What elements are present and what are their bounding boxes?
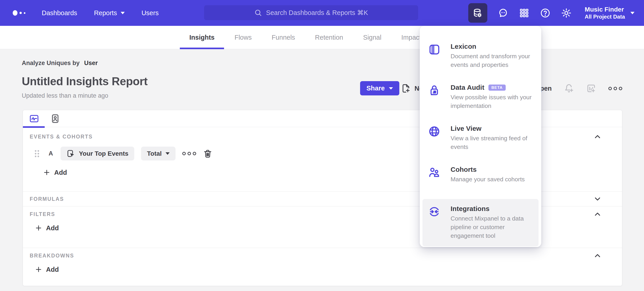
section-breakdowns: BREAKDOWNS Add	[23, 248, 622, 286]
globe-icon	[428, 125, 440, 138]
chevron-up-icon	[593, 132, 602, 141]
add-filter-label: Add	[46, 224, 59, 232]
add-event-label: Add	[54, 169, 67, 176]
add-breakdown-button[interactable]: Add	[35, 266, 59, 273]
feedback-icon	[498, 8, 508, 18]
plus-icon	[43, 169, 50, 176]
mixpanel-app: Dashboards Reports Users Search Dashboar…	[0, 0, 644, 291]
help-button[interactable]	[540, 8, 550, 18]
delete-event-button[interactable]	[203, 149, 212, 158]
profile-card-icon	[50, 114, 60, 124]
search-input[interactable]: Search Dashboards & Reports ⌘K	[204, 5, 418, 20]
caret-down-icon	[389, 87, 393, 89]
menu-item-description: View possible issues with your implement…	[450, 94, 532, 109]
aggregation-label: Total	[147, 150, 162, 157]
apps-grid-button[interactable]	[519, 8, 530, 18]
add-filter-button[interactable]: Add	[35, 224, 59, 232]
breakdowns-label: BREAKDOWNS	[30, 253, 74, 259]
help-icon	[540, 8, 550, 18]
nav-dashboards-label: Dashboards	[42, 9, 77, 17]
expand-formulas-button[interactable]	[592, 194, 602, 204]
report-tabs-bar: Insights Flows Funnels Retention Signal …	[0, 26, 644, 49]
tab-retention[interactable]: Retention	[315, 26, 343, 49]
audit-lock-icon	[428, 84, 440, 97]
add-chart-button[interactable]	[586, 83, 596, 93]
nav-reports[interactable]: Reports	[94, 9, 125, 17]
tab-insights-label: Insights	[189, 34, 214, 41]
tab-events-view[interactable]	[29, 114, 39, 124]
updated-timestamp: Updated less than a minute ago	[22, 92, 108, 99]
settings-gear-icon	[561, 8, 572, 18]
search-icon	[254, 9, 262, 16]
menu-item-cohorts[interactable]: Cohorts Manage your saved cohorts	[422, 160, 538, 190]
menu-item-title: Data Audit	[450, 84, 484, 91]
caret-down-icon	[121, 12, 125, 14]
integrations-sync-icon	[428, 205, 440, 218]
collapse-events-button[interactable]	[592, 132, 602, 142]
tab-flows[interactable]: Flows	[234, 26, 252, 49]
nav-users-label: Users	[142, 9, 159, 17]
event-selector-label: Your Top Events	[79, 150, 128, 157]
share-button-label: Share	[366, 84, 385, 92]
menu-item-title: Cohorts	[450, 166, 477, 173]
menu-item-title: Integrations	[450, 205, 490, 212]
report-title[interactable]: Untitled Insights Report	[22, 75, 148, 88]
analyze-by-value[interactable]: User	[84, 60, 98, 67]
analyze-by-label: Analyze Uniques by	[22, 60, 80, 67]
project-selector[interactable]: Music Finder All Project Data	[585, 6, 634, 20]
alert-button[interactable]	[564, 83, 574, 93]
plus-icon	[35, 266, 42, 273]
menu-item-data-audit[interactable]: Data Audit BETA View possible issues wit…	[422, 78, 538, 116]
tab-flows-label: Flows	[234, 34, 252, 41]
query-row-letter: A	[48, 150, 54, 157]
settings-button[interactable]	[561, 8, 572, 18]
caret-down-icon	[166, 152, 170, 155]
project-name: Music Finder	[585, 6, 625, 13]
menu-item-title: Lexicon	[450, 43, 476, 50]
menu-item-lexicon[interactable]: Lexicon Document and transform your even…	[422, 37, 538, 75]
formulas-label: FORMULAS	[30, 196, 64, 202]
menu-item-integrations[interactable]: Integrations Connect Mixpanel to a data …	[422, 199, 538, 246]
plus-icon	[35, 224, 42, 232]
tab-funnels[interactable]: Funnels	[272, 26, 295, 49]
event-selector[interactable]: Your Top Events	[60, 147, 134, 160]
caret-down-icon	[630, 12, 634, 14]
nav-users[interactable]: Users	[142, 9, 159, 17]
drag-handle[interactable]	[33, 149, 41, 158]
tab-retention-label: Retention	[315, 34, 343, 41]
data-management-button[interactable]	[468, 3, 487, 23]
menu-item-description: Manage your saved cohorts	[450, 176, 525, 183]
filters-label: FILTERS	[30, 211, 55, 217]
collapse-filters-button[interactable]	[592, 209, 602, 219]
tab-impact[interactable]: Impact	[401, 26, 421, 49]
collapse-breakdowns-button[interactable]	[592, 251, 602, 261]
nav-dashboards[interactable]: Dashboards	[42, 9, 77, 17]
nav-reports-label: Reports	[94, 9, 117, 17]
feedback-button[interactable]	[498, 8, 508, 18]
data-management-icon	[472, 8, 483, 18]
share-button[interactable]: Share	[360, 81, 399, 95]
chevron-up-icon	[593, 210, 602, 219]
menu-item-description: View a live streaming feed of events	[450, 135, 527, 150]
tab-funnels-label: Funnels	[272, 34, 295, 41]
chevron-up-icon	[593, 251, 602, 260]
aggregation-selector[interactable]: Total	[141, 147, 176, 160]
top-nav: Dashboards Reports Users Search Dashboar…	[0, 0, 644, 26]
breadcrumb: Analyze Uniques by User	[22, 58, 98, 67]
mixpanel-logo-icon[interactable]	[13, 10, 26, 16]
tab-profiles-view[interactable]	[50, 114, 60, 124]
tab-signal-label: Signal	[363, 34, 382, 41]
cohorts-people-icon	[428, 166, 440, 179]
events-cohorts-label: EVENTS & COHORTS	[30, 134, 93, 140]
menu-item-description: Document and transform your events and p…	[450, 53, 530, 68]
event-row-more-button[interactable]	[182, 152, 196, 155]
tab-insights[interactable]: Insights	[189, 26, 214, 49]
apps-grid-icon	[519, 8, 530, 18]
add-event-button[interactable]: Add	[43, 169, 67, 176]
event-click-icon	[66, 149, 75, 158]
tab-signal[interactable]: Signal	[363, 26, 382, 49]
menu-item-live-view[interactable]: Live View View a live streaming feed of …	[422, 119, 538, 158]
more-actions-button[interactable]	[608, 87, 622, 90]
beta-badge: BETA	[488, 84, 506, 91]
tab-impact-label: Impact	[401, 34, 421, 41]
